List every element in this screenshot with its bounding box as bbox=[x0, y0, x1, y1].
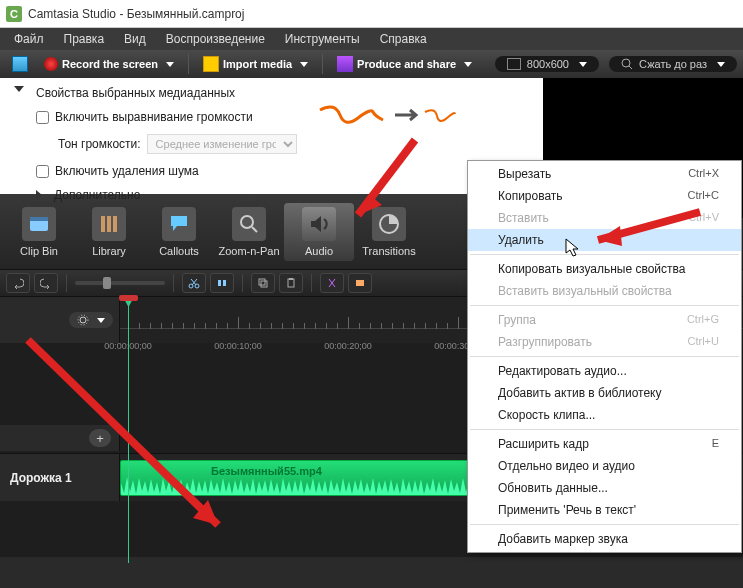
separator bbox=[188, 54, 189, 74]
chevron-down-icon bbox=[300, 62, 308, 67]
record-icon bbox=[44, 57, 58, 71]
paste-button[interactable] bbox=[279, 273, 303, 293]
tab-label: Clip Bin bbox=[4, 245, 74, 257]
volume-tone-label: Тон громкости: bbox=[58, 137, 141, 151]
markers-button[interactable] bbox=[348, 273, 372, 293]
menu-item-label: Удалить bbox=[498, 233, 544, 247]
menu-bar: Файл Правка Вид Воспроизведение Инструме… bbox=[0, 28, 743, 50]
context-menu-item[interactable]: Скорость клипа... bbox=[468, 404, 741, 426]
volume-align-checkbox[interactable] bbox=[36, 111, 49, 124]
dimensions-value: 800x600 bbox=[527, 58, 569, 70]
menu-item-label: Вставить визуальный свойства bbox=[498, 284, 672, 298]
record-screen-button[interactable]: Record the screen bbox=[38, 54, 180, 74]
context-menu-item[interactable]: Удалить bbox=[468, 229, 741, 251]
add-track-button[interactable]: + bbox=[89, 429, 111, 447]
zoom-icon bbox=[232, 207, 266, 241]
menu-item-shortcut: Ctrl+C bbox=[688, 189, 719, 203]
canvas-dimensions-dropdown[interactable]: 800x600 bbox=[495, 56, 599, 72]
effects-button[interactable] bbox=[320, 273, 344, 293]
svg-point-7 bbox=[241, 216, 253, 228]
context-menu-item[interactable]: Отдельно видео и аудио bbox=[468, 455, 741, 477]
menu-item-label: Вставить bbox=[498, 211, 549, 225]
menu-item-label: Добавить маркер звука bbox=[498, 532, 628, 546]
tab-label: Callouts bbox=[144, 245, 214, 257]
context-menu-item[interactable]: ВырезатьCtrl+X bbox=[468, 163, 741, 185]
playhead[interactable] bbox=[128, 297, 129, 563]
menu-edit[interactable]: Правка bbox=[54, 29, 115, 49]
volume-tone-select[interactable]: Среднее изменение гро bbox=[147, 134, 297, 154]
expand-icon[interactable] bbox=[36, 190, 42, 200]
chevron-down-icon bbox=[717, 62, 725, 67]
tab-zoom-n-pan[interactable]: Zoom-n-Pan bbox=[214, 203, 284, 261]
collapse-icon[interactable] bbox=[14, 86, 24, 92]
waveform-icon bbox=[121, 475, 470, 495]
svg-line-8 bbox=[252, 227, 257, 232]
svg-rect-5 bbox=[107, 216, 111, 232]
context-menu-item[interactable]: Редактировать аудио... bbox=[468, 360, 741, 382]
window-title: Camtasia Studio - Безымянный.camproj bbox=[28, 7, 244, 21]
menu-item-shortcut: Ctrl+U bbox=[688, 335, 719, 349]
import-label: Import media bbox=[223, 58, 292, 70]
shrink-to-fit-dropdown[interactable]: Сжать до раз bbox=[609, 56, 737, 72]
callouts-icon bbox=[162, 207, 196, 241]
menu-playback[interactable]: Воспроизведение bbox=[156, 29, 275, 49]
tab-audio[interactable]: Audio bbox=[284, 203, 354, 261]
menu-file[interactable]: Файл bbox=[4, 29, 54, 49]
context-menu-item[interactable]: Расширить кадрE bbox=[468, 433, 741, 455]
slider-thumb[interactable] bbox=[103, 277, 111, 289]
timeline-zoom-slider[interactable] bbox=[75, 281, 165, 285]
save-button[interactable] bbox=[6, 53, 34, 75]
noise-remove-checkbox[interactable] bbox=[36, 165, 49, 178]
menu-item-label: Редактировать аудио... bbox=[498, 364, 627, 378]
menu-item-label: Добавить актив в библиотеку bbox=[498, 386, 662, 400]
transitions-icon bbox=[372, 207, 406, 241]
save-icon bbox=[12, 56, 28, 72]
svg-rect-12 bbox=[218, 280, 221, 286]
context-menu-item: РазгруппироватьCtrl+U bbox=[468, 331, 741, 353]
svg-rect-15 bbox=[261, 281, 267, 287]
chevron-down-icon bbox=[97, 318, 105, 323]
context-menu-item[interactable]: Добавить актив в библиотеку bbox=[468, 382, 741, 404]
context-menu: ВырезатьCtrl+XКопироватьCtrl+CВставитьCt… bbox=[467, 160, 742, 553]
undo-button[interactable] bbox=[6, 273, 30, 293]
tab-clip-bin[interactable]: Clip Bin bbox=[4, 203, 74, 261]
tab-transitions[interactable]: Transitions bbox=[354, 203, 424, 261]
menu-view[interactable]: Вид bbox=[114, 29, 156, 49]
track-label[interactable]: Дорожка 1 bbox=[0, 453, 120, 501]
context-menu-item[interactable]: Обновить данные... bbox=[468, 477, 741, 499]
chevron-down-icon bbox=[579, 62, 587, 67]
redo-button[interactable] bbox=[34, 273, 58, 293]
context-menu-item[interactable]: Копировать визуальные свойства bbox=[468, 258, 741, 280]
menu-item-label: Обновить данные... bbox=[498, 481, 608, 495]
menu-item-shortcut: Ctrl+V bbox=[688, 211, 719, 225]
svg-rect-14 bbox=[259, 279, 265, 285]
context-menu-item[interactable]: Применить 'Речь в текст' bbox=[468, 499, 741, 521]
cut-button[interactable] bbox=[182, 273, 206, 293]
svg-rect-4 bbox=[101, 216, 105, 232]
record-label: Record the screen bbox=[62, 58, 158, 70]
tab-callouts[interactable]: Callouts bbox=[144, 203, 214, 261]
menu-item-label: Группа bbox=[498, 313, 536, 327]
svg-rect-17 bbox=[289, 278, 293, 280]
menu-item-label: Применить 'Речь в текст' bbox=[498, 503, 636, 517]
gear-icon bbox=[77, 314, 89, 326]
volume-align-label: Включить выравнивание громкости bbox=[55, 110, 253, 124]
menu-help[interactable]: Справка bbox=[370, 29, 437, 49]
produce-label: Produce and share bbox=[357, 58, 456, 70]
context-menu-item: ГруппаCtrl+G bbox=[468, 309, 741, 331]
context-menu-item[interactable]: Добавить маркер звука bbox=[468, 528, 741, 550]
chevron-down-icon bbox=[464, 62, 472, 67]
chevron-down-icon bbox=[166, 62, 174, 67]
menu-tools[interactable]: Инструменты bbox=[275, 29, 370, 49]
svg-line-1 bbox=[629, 66, 632, 69]
copy-button[interactable] bbox=[251, 273, 275, 293]
split-button[interactable] bbox=[210, 273, 234, 293]
produce-share-button[interactable]: Produce and share bbox=[331, 53, 478, 75]
context-menu-item: Вставить визуальный свойства bbox=[468, 280, 741, 302]
import-media-button[interactable]: Import media bbox=[197, 53, 314, 75]
separator bbox=[322, 54, 323, 74]
tab-library[interactable]: Library bbox=[74, 203, 144, 261]
context-menu-item[interactable]: КопироватьCtrl+C bbox=[468, 185, 741, 207]
timeline-clip[interactable]: 100 % Безымянный55.mp4 bbox=[120, 460, 470, 496]
timeline-settings-button[interactable] bbox=[69, 312, 113, 328]
